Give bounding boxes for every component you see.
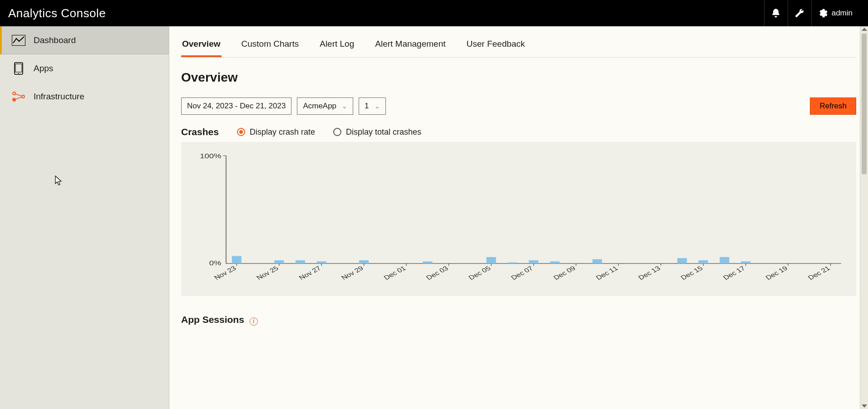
tab-bar: Overview Custom Charts Alert Log Alert M…: [181, 26, 856, 58]
svg-line-8: [15, 94, 22, 96]
svg-text:Nov 29: Nov 29: [340, 265, 365, 281]
svg-rect-26: [677, 258, 687, 263]
svg-text:Nov 23: Nov 23: [212, 265, 237, 281]
sidebar-item-dashboard[interactable]: Dashboard: [0, 26, 169, 54]
svg-text:Dec 19: Dec 19: [764, 265, 789, 281]
svg-rect-22: [508, 263, 517, 263]
svg-point-5: [13, 92, 15, 95]
sidebar-item-apps[interactable]: Apps: [0, 54, 169, 83]
tab-alert-management[interactable]: Alert Management: [374, 34, 446, 57]
scrollbar[interactable]: [860, 26, 868, 409]
scroll-up-icon: [862, 28, 867, 31]
page-title: Overview: [181, 70, 856, 85]
network-icon: [12, 90, 25, 103]
tab-user-feedback[interactable]: User Feedback: [466, 34, 526, 57]
radio-dot-icon: [237, 128, 245, 136]
info-icon[interactable]: i: [250, 317, 258, 326]
svg-rect-17: [296, 260, 305, 263]
svg-text:Dec 13: Dec 13: [636, 265, 661, 281]
top-bar: Analytics Console admin: [0, 0, 868, 26]
svg-rect-16: [274, 260, 284, 263]
svg-text:Nov 27: Nov 27: [297, 265, 322, 281]
cursor-icon: [55, 175, 63, 186]
bell-icon: [771, 8, 781, 18]
svg-rect-28: [720, 257, 729, 263]
svg-rect-2: [15, 63, 23, 74]
sessions-title: App Sessions i: [181, 314, 258, 326]
date-range-picker[interactable]: Nov 24, 2023 - Dec 21, 2023: [181, 97, 291, 115]
scroll-down-icon: [862, 404, 867, 408]
radio-crash-rate[interactable]: Display crash rate: [237, 127, 315, 137]
svg-point-4: [18, 73, 19, 74]
crashes-title: Crashes: [181, 127, 219, 137]
svg-line-9: [15, 97, 22, 99]
svg-point-6: [13, 98, 15, 101]
svg-text:100%: 100%: [200, 152, 221, 160]
sidebar-item-label: Infrastructure: [34, 92, 84, 102]
user-name: admin: [832, 9, 853, 18]
svg-text:Dec 21: Dec 21: [806, 265, 831, 281]
sidebar-item-label: Dashboard: [34, 35, 76, 45]
svg-text:Dec 03: Dec 03: [424, 265, 449, 281]
svg-text:Nov 25: Nov 25: [255, 265, 280, 281]
bar-chart: 100%0%Nov 23Nov 25Nov 27Nov 29Dec 01Dec …: [190, 152, 847, 296]
app-select[interactable]: AcmeApp ⌄: [297, 97, 353, 115]
notifications-button[interactable]: [764, 0, 788, 26]
tools-button[interactable]: [788, 0, 811, 26]
svg-text:Dec 05: Dec 05: [467, 265, 492, 281]
phone-icon: [12, 62, 25, 75]
main-content: Overview Custom Charts Alert Log Alert M…: [169, 26, 868, 409]
refresh-button[interactable]: Refresh: [810, 97, 856, 115]
svg-rect-20: [423, 261, 432, 263]
user-menu[interactable]: admin: [811, 0, 860, 26]
sidebar-item-infrastructure[interactable]: Infrastructure: [0, 83, 169, 111]
svg-rect-19: [359, 260, 369, 263]
dashboard-icon: [12, 34, 25, 47]
scroll-thumb[interactable]: [862, 34, 867, 174]
brand-title: Analytics Console: [8, 6, 106, 20]
svg-text:Dec 07: Dec 07: [509, 265, 534, 281]
sidebar-item-label: Apps: [34, 63, 53, 73]
chevron-down-icon: ⌄: [342, 102, 347, 110]
crashes-chart: 100%0%Nov 23Nov 25Nov 27Nov 29Dec 01Dec …: [181, 142, 856, 296]
svg-text:Dec 01: Dec 01: [382, 265, 407, 281]
svg-point-7: [22, 95, 25, 98]
svg-rect-3: [15, 64, 22, 72]
tab-overview[interactable]: Overview: [181, 34, 222, 57]
svg-rect-25: [592, 259, 602, 264]
svg-text:Dec 17: Dec 17: [721, 265, 746, 281]
svg-rect-27: [699, 260, 708, 263]
tab-alert-log[interactable]: Alert Log: [319, 34, 355, 57]
wrench-icon: [794, 8, 804, 18]
svg-rect-18: [317, 261, 326, 263]
tab-custom-charts[interactable]: Custom Charts: [241, 34, 300, 57]
version-select[interactable]: 1 ⌄: [359, 97, 385, 115]
svg-rect-15: [232, 256, 242, 264]
svg-text:0%: 0%: [209, 259, 222, 267]
sidebar: Dashboard Apps Infrastructure: [0, 26, 169, 409]
svg-text:Dec 15: Dec 15: [679, 265, 704, 281]
svg-text:Dec 09: Dec 09: [552, 265, 577, 281]
svg-text:Dec 11: Dec 11: [594, 265, 619, 281]
svg-rect-23: [529, 260, 538, 263]
chevron-down-icon: ⌄: [375, 102, 380, 110]
svg-rect-21: [486, 257, 496, 263]
radio-total-crashes[interactable]: Display total crashes: [333, 127, 421, 137]
radio-dot-icon: [333, 128, 341, 136]
svg-rect-24: [550, 261, 560, 263]
svg-rect-29: [741, 261, 750, 263]
gear-icon: [819, 9, 828, 18]
filter-row: Nov 24, 2023 - Dec 21, 2023 AcmeApp ⌄ 1 …: [181, 97, 856, 115]
